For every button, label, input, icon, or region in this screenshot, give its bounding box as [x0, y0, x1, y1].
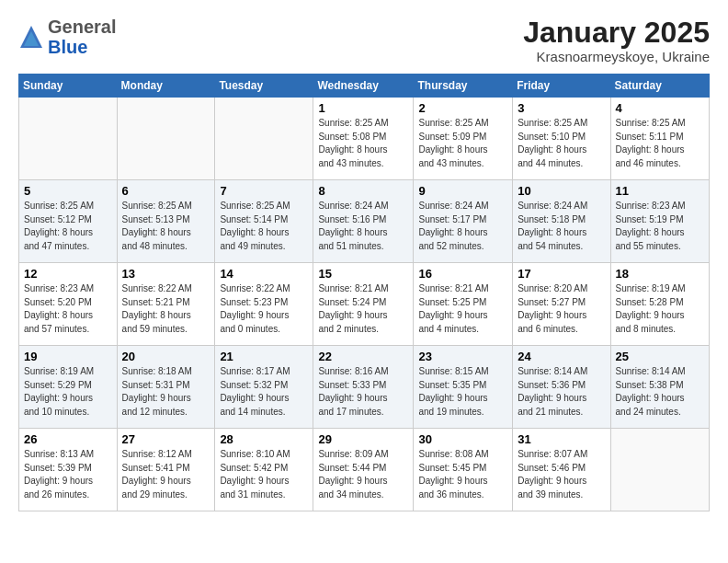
day-info: Sunrise: 8:24 AM Sunset: 5:18 PM Dayligh… — [518, 200, 605, 253]
day-info: Sunrise: 8:21 AM Sunset: 5:24 PM Dayligh… — [318, 282, 408, 336]
calendar-cell: 7Sunrise: 8:25 AM Sunset: 5:14 PM Daylig… — [215, 180, 313, 263]
calendar-cell: 2Sunrise: 8:25 AM Sunset: 5:09 PM Daylig… — [414, 98, 513, 180]
calendar-week-1: 1Sunrise: 8:25 AM Sunset: 5:08 PM Daylig… — [19, 98, 710, 180]
calendar-cell: 31Sunrise: 8:07 AM Sunset: 5:46 PM Dayli… — [513, 429, 610, 511]
calendar-cell: 20Sunrise: 8:18 AM Sunset: 5:31 PM Dayli… — [117, 346, 215, 429]
calendar-cell: 8Sunrise: 8:24 AM Sunset: 5:16 PM Daylig… — [313, 180, 414, 263]
day-number: 24 — [518, 350, 605, 363]
calendar-cell: 15Sunrise: 8:21 AM Sunset: 5:24 PM Dayli… — [313, 263, 414, 346]
calendar-cell: 26Sunrise: 8:13 AM Sunset: 5:39 PM Dayli… — [19, 429, 118, 511]
calendar-cell — [610, 429, 709, 511]
day-info: Sunrise: 8:14 AM Sunset: 5:38 PM Dayligh… — [616, 365, 704, 419]
calendar-cell: 13Sunrise: 8:22 AM Sunset: 5:21 PM Dayli… — [117, 263, 215, 346]
day-number: 26 — [24, 432, 112, 446]
calendar-week-2: 5Sunrise: 8:25 AM Sunset: 5:12 PM Daylig… — [19, 180, 710, 263]
col-monday: Monday — [117, 75, 215, 98]
logo-icon — [18, 24, 44, 50]
calendar-cell — [19, 98, 118, 180]
calendar-cell: 6Sunrise: 8:25 AM Sunset: 5:13 PM Daylig… — [117, 180, 215, 263]
calendar-cell: 11Sunrise: 8:23 AM Sunset: 5:19 PM Dayli… — [610, 180, 709, 263]
calendar-cell: 21Sunrise: 8:17 AM Sunset: 5:32 PM Dayli… — [215, 346, 313, 429]
day-number: 25 — [616, 350, 704, 363]
main-title: January 2025 — [523, 17, 710, 49]
day-number: 11 — [616, 184, 704, 198]
col-friday: Friday — [513, 75, 610, 98]
day-info: Sunrise: 8:21 AM Sunset: 5:25 PM Dayligh… — [418, 282, 507, 336]
calendar: Sunday Monday Tuesday Wednesday Thursday… — [18, 74, 710, 511]
day-info: Sunrise: 8:14 AM Sunset: 5:36 PM Dayligh… — [518, 365, 605, 419]
day-number: 5 — [24, 184, 112, 198]
day-number: 20 — [122, 350, 210, 363]
day-number: 13 — [122, 267, 210, 281]
calendar-cell — [215, 98, 313, 180]
calendar-cell: 23Sunrise: 8:15 AM Sunset: 5:35 PM Dayli… — [414, 346, 513, 429]
logo-blue: Blue — [48, 37, 87, 57]
calendar-cell: 5Sunrise: 8:25 AM Sunset: 5:12 PM Daylig… — [19, 180, 118, 263]
day-info: Sunrise: 8:10 AM Sunset: 5:42 PM Dayligh… — [220, 448, 308, 501]
calendar-cell: 19Sunrise: 8:19 AM Sunset: 5:29 PM Dayli… — [19, 346, 118, 429]
day-info: Sunrise: 8:15 AM Sunset: 5:35 PM Dayligh… — [418, 365, 507, 419]
calendar-cell: 28Sunrise: 8:10 AM Sunset: 5:42 PM Dayli… — [215, 429, 313, 511]
calendar-cell: 30Sunrise: 8:08 AM Sunset: 5:45 PM Dayli… — [414, 429, 513, 511]
day-number: 28 — [220, 432, 308, 446]
day-info: Sunrise: 8:20 AM Sunset: 5:27 PM Dayligh… — [518, 282, 605, 336]
day-number: 22 — [318, 350, 408, 363]
day-info: Sunrise: 8:25 AM Sunset: 5:12 PM Dayligh… — [24, 200, 112, 253]
day-info: Sunrise: 8:08 AM Sunset: 5:45 PM Dayligh… — [418, 448, 507, 501]
calendar-cell: 22Sunrise: 8:16 AM Sunset: 5:33 PM Dayli… — [313, 346, 414, 429]
calendar-cell: 18Sunrise: 8:19 AM Sunset: 5:28 PM Dayli… — [610, 263, 709, 346]
calendar-cell: 29Sunrise: 8:09 AM Sunset: 5:44 PM Dayli… — [313, 429, 414, 511]
day-number: 21 — [220, 350, 308, 363]
logo: General Blue — [18, 17, 116, 57]
calendar-cell: 1Sunrise: 8:25 AM Sunset: 5:08 PM Daylig… — [313, 98, 414, 180]
calendar-cell: 14Sunrise: 8:22 AM Sunset: 5:23 PM Dayli… — [215, 263, 313, 346]
day-info: Sunrise: 8:18 AM Sunset: 5:31 PM Dayligh… — [122, 365, 210, 419]
day-info: Sunrise: 8:16 AM Sunset: 5:33 PM Dayligh… — [318, 365, 408, 419]
calendar-cell: 25Sunrise: 8:14 AM Sunset: 5:38 PM Dayli… — [610, 346, 709, 429]
day-number: 1 — [318, 101, 408, 115]
col-thursday: Thursday — [414, 75, 513, 98]
page: General Blue January 2025 Krasnoarmeysko… — [0, 0, 728, 521]
day-number: 3 — [518, 101, 605, 115]
day-info: Sunrise: 8:22 AM Sunset: 5:21 PM Dayligh… — [122, 282, 210, 336]
calendar-cell: 16Sunrise: 8:21 AM Sunset: 5:25 PM Dayli… — [414, 263, 513, 346]
day-info: Sunrise: 8:25 AM Sunset: 5:08 PM Dayligh… — [318, 117, 408, 170]
calendar-cell: 27Sunrise: 8:12 AM Sunset: 5:41 PM Dayli… — [117, 429, 215, 511]
day-number: 27 — [122, 432, 210, 446]
day-number: 14 — [220, 267, 308, 281]
day-info: Sunrise: 8:13 AM Sunset: 5:39 PM Dayligh… — [24, 448, 112, 501]
logo-text: General Blue — [48, 17, 116, 57]
day-number: 6 — [122, 184, 210, 198]
col-saturday: Saturday — [610, 75, 709, 98]
calendar-cell: 17Sunrise: 8:20 AM Sunset: 5:27 PM Dayli… — [513, 263, 610, 346]
calendar-cell: 4Sunrise: 8:25 AM Sunset: 5:11 PM Daylig… — [610, 98, 709, 180]
day-info: Sunrise: 8:25 AM Sunset: 5:11 PM Dayligh… — [616, 117, 704, 170]
day-info: Sunrise: 8:25 AM Sunset: 5:09 PM Dayligh… — [418, 117, 507, 170]
day-number: 16 — [418, 267, 507, 281]
day-info: Sunrise: 8:19 AM Sunset: 5:29 PM Dayligh… — [24, 365, 112, 419]
day-info: Sunrise: 8:24 AM Sunset: 5:17 PM Dayligh… — [418, 200, 507, 253]
title-area: January 2025 Krasnoarmeyskoye, Ukraine — [523, 17, 710, 64]
day-info: Sunrise: 8:25 AM Sunset: 5:14 PM Dayligh… — [220, 200, 308, 253]
day-number: 7 — [220, 184, 308, 198]
day-info: Sunrise: 8:09 AM Sunset: 5:44 PM Dayligh… — [318, 448, 408, 501]
day-info: Sunrise: 8:23 AM Sunset: 5:20 PM Dayligh… — [24, 282, 112, 336]
calendar-week-5: 26Sunrise: 8:13 AM Sunset: 5:39 PM Dayli… — [19, 429, 710, 511]
day-number: 12 — [24, 267, 112, 281]
calendar-cell: 10Sunrise: 8:24 AM Sunset: 5:18 PM Dayli… — [513, 180, 610, 263]
day-number: 4 — [616, 101, 704, 115]
calendar-cell: 3Sunrise: 8:25 AM Sunset: 5:10 PM Daylig… — [513, 98, 610, 180]
day-number: 2 — [418, 101, 507, 115]
day-info: Sunrise: 8:12 AM Sunset: 5:41 PM Dayligh… — [122, 448, 210, 501]
calendar-header-row: Sunday Monday Tuesday Wednesday Thursday… — [19, 75, 710, 98]
day-number: 17 — [518, 267, 605, 281]
day-number: 9 — [418, 184, 507, 198]
day-number: 29 — [318, 432, 408, 446]
day-info: Sunrise: 8:22 AM Sunset: 5:23 PM Dayligh… — [220, 282, 308, 336]
day-number: 31 — [518, 432, 605, 446]
day-info: Sunrise: 8:17 AM Sunset: 5:32 PM Dayligh… — [220, 365, 308, 419]
day-info: Sunrise: 8:24 AM Sunset: 5:16 PM Dayligh… — [318, 200, 408, 253]
calendar-cell: 24Sunrise: 8:14 AM Sunset: 5:36 PM Dayli… — [513, 346, 610, 429]
col-tuesday: Tuesday — [215, 75, 313, 98]
day-info: Sunrise: 8:25 AM Sunset: 5:13 PM Dayligh… — [122, 200, 210, 253]
